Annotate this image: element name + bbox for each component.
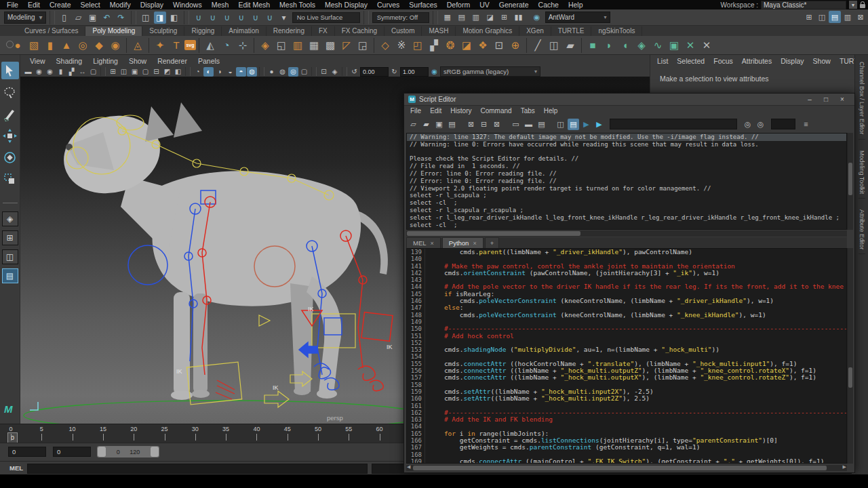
save-script-icon[interactable]: ▣	[433, 119, 445, 130]
shaded-icon[interactable]: ◐	[203, 67, 214, 77]
poly-cylinder-icon[interactable]: ▮	[42, 37, 58, 54]
script-editor-titlebar[interactable]: M Script Editor –□×	[404, 94, 854, 106]
menu-create[interactable]: Create	[50, 1, 71, 9]
execute-all-icon[interactable]: ▶	[580, 119, 592, 130]
svg-icon[interactable]: svg	[184, 40, 196, 50]
shelf-tab-turtle[interactable]: TURTLE	[551, 26, 592, 36]
shelf-tab-sculpting[interactable]: Sculpting	[142, 26, 184, 36]
bridge-icon[interactable]: ※	[393, 37, 410, 54]
screen-space-ao-icon[interactable]: ◍	[247, 67, 257, 77]
viewport-field-1-00[interactable]: 1.00	[400, 67, 429, 77]
symmetry-field[interactable]: Symmetry: Off	[372, 12, 429, 23]
menu-windows[interactable]: Windows	[173, 1, 202, 9]
attr-menu-selected[interactable]: Selected	[677, 57, 705, 65]
wireframe-icon[interactable]: ◔	[193, 67, 203, 77]
sidebar-attribute-editor-icon[interactable]: ⊞	[803, 11, 815, 23]
snap-view-plane-icon[interactable]: ∪	[250, 12, 262, 24]
shadows-icon[interactable]: ◓	[236, 67, 246, 77]
delete-history-icon[interactable]: ✕	[698, 37, 715, 54]
menu-curves[interactable]: Curves	[377, 1, 399, 9]
attr-menu-display[interactable]: Display	[781, 57, 804, 65]
clear-history-icon[interactable]: ⊠	[465, 119, 477, 130]
paint-select-tool[interactable]	[1, 105, 19, 123]
field-chart-icon[interactable]: ⊟	[151, 67, 161, 77]
use-lights-icon[interactable]: ◒	[225, 67, 235, 77]
layout-outliner-persp[interactable]: ▤	[2, 268, 18, 283]
new-scene-icon[interactable]: ▯	[58, 12, 71, 24]
workspace-dropdown[interactable]: Maya Classic*	[761, 1, 846, 9]
menu-modify[interactable]: Modify	[110, 1, 131, 9]
redo-icon[interactable]: ↷	[115, 12, 127, 24]
camera-attrs-icon[interactable]: ◉	[45, 67, 55, 77]
viewport-menu-show[interactable]: Show	[129, 57, 146, 65]
reduce-icon[interactable]: ◗	[601, 37, 617, 54]
ipr-render-icon[interactable]: ▤	[456, 12, 468, 24]
minimize-button[interactable]: –	[802, 95, 818, 104]
line-numbers-icon[interactable]: ▤	[536, 119, 547, 130]
menu-uv[interactable]: UV	[479, 1, 490, 9]
poly-cone-icon[interactable]: ▲	[58, 37, 75, 54]
viewport-menu-view[interactable]: View	[30, 57, 45, 65]
command-input[interactable]	[27, 464, 368, 474]
layout-four-pane[interactable]: ⊞	[2, 230, 18, 245]
platonic-solid-icon[interactable]: ◬	[130, 37, 146, 54]
maximize-button[interactable]: □	[818, 95, 834, 104]
attr-menu-attributes[interactable]: Attributes	[742, 57, 772, 65]
crease-tool-icon[interactable]: ▰	[562, 37, 578, 54]
contrast-icon[interactable]: ↻	[389, 67, 399, 77]
textured-icon[interactable]: ◑	[214, 67, 224, 77]
menu-generate[interactable]: Generate	[499, 1, 529, 9]
select-hierarchy-icon[interactable]: ◫	[140, 12, 152, 24]
menu-set-selector[interactable]: Modeling▾	[4, 12, 46, 24]
scale-tool[interactable]	[1, 170, 19, 188]
lock-workspace-icon[interactable]	[860, 4, 865, 8]
attr-menu-list[interactable]: List	[657, 57, 668, 65]
user-dropdown[interactable]: AntWard▾	[545, 12, 610, 23]
snap-projected-center-icon[interactable]: ∪	[235, 12, 248, 24]
sidebar-tool-settings-icon[interactable]: ◫	[816, 11, 828, 23]
shelf-tab-ngskintools[interactable]: ngSkinTools	[591, 26, 642, 36]
retopo-icon[interactable]: ◖	[617, 37, 633, 54]
move-tool[interactable]	[1, 127, 19, 144]
motion-blur-icon[interactable]: ●	[267, 67, 277, 77]
save-scene-icon[interactable]: ▣	[87, 12, 99, 24]
smooth-icon[interactable]: ▦	[306, 37, 322, 54]
combine-icon[interactable]: ◱	[273, 37, 290, 54]
source-script-icon[interactable]: ▰	[420, 119, 432, 130]
grid-icon[interactable]: ⊞	[108, 67, 118, 77]
playback-start-field[interactable]: 0	[53, 447, 91, 457]
remesh-icon[interactable]: ◈	[633, 37, 650, 54]
view-transform-dropdown[interactable]: sRGB gamma (legacy)▾	[440, 66, 540, 77]
lasso-tool[interactable]	[1, 83, 19, 101]
menu-edit[interactable]: Edit	[28, 1, 40, 9]
subdiv-icon[interactable]: ▩	[322, 37, 338, 54]
hypershade-icon[interactable]: ⊞	[498, 12, 511, 24]
safe-action-icon[interactable]: ◩	[162, 67, 172, 77]
select-object-icon[interactable]: ◨	[154, 12, 166, 24]
shelf-tab-custom[interactable]: Custom	[384, 26, 422, 36]
script-editor-window[interactable]: M Script Editor –□× FileEditHistoryComma…	[403, 93, 855, 473]
xray-joints-icon[interactable]: ◈	[330, 67, 340, 77]
live-surface-field[interactable]: No Live Surface	[292, 12, 360, 23]
origin-locator-icon[interactable]: ⊹	[235, 37, 251, 54]
command-language-toggle[interactable]: MEL	[9, 464, 23, 472]
gate-mask-icon[interactable]: ▢	[140, 67, 151, 77]
triangulate-icon[interactable]: ◸	[338, 37, 355, 54]
extrude-icon[interactable]: ◰	[410, 37, 426, 54]
menu-mesh-display[interactable]: Mesh Display	[325, 1, 368, 9]
select-camera-icon[interactable]: ▬	[23, 67, 33, 77]
tab-python[interactable]: Python×	[442, 237, 484, 248]
menu-edit-mesh[interactable]: Edit Mesh	[238, 1, 270, 9]
sidebar-tab-channel-box-layer-editor[interactable]: Channel Box / Layer Editor	[859, 58, 865, 140]
input-vscrollbar[interactable]	[847, 248, 853, 464]
color-mgmt-icon[interactable]: ◉	[429, 67, 439, 77]
undo-icon[interactable]: ↶	[101, 12, 113, 24]
echo-all-icon[interactable]: ▭	[510, 119, 521, 130]
multisample-icon[interactable]: ◍	[277, 67, 288, 77]
poly-cube-icon[interactable]: ▧	[26, 37, 42, 54]
film-gate-icon[interactable]: ◫	[119, 67, 129, 77]
resolution-gate-icon[interactable]: ▣	[130, 67, 140, 77]
input-hscrollbar[interactable]: ◀ ▶	[406, 465, 847, 471]
tab-mel[interactable]: MEL×	[406, 237, 441, 248]
animation-start-field[interactable]: 0	[8, 447, 46, 457]
